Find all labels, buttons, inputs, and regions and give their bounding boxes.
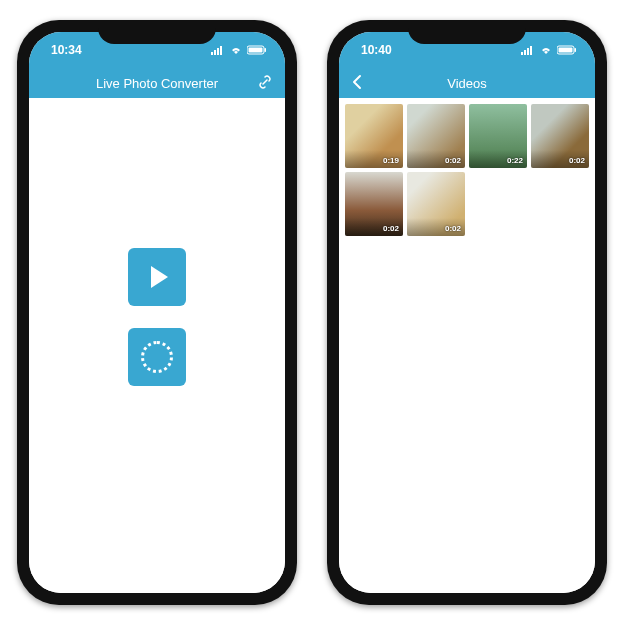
video-duration: 0:19 (383, 156, 399, 165)
notch (408, 20, 526, 44)
wifi-icon (229, 45, 243, 55)
live-photo-icon (141, 341, 173, 373)
chevron-left-icon (351, 74, 362, 93)
video-duration: 0:02 (383, 224, 399, 233)
main-buttons (128, 248, 186, 386)
battery-icon (247, 45, 267, 55)
live-photo-button[interactable] (128, 328, 186, 386)
svg-rect-13 (575, 48, 577, 52)
video-duration: 0:02 (569, 156, 585, 165)
signal-icon (211, 45, 225, 55)
notch (98, 20, 216, 44)
svg-rect-1 (214, 50, 216, 55)
status-time: 10:34 (51, 43, 82, 57)
status-time: 10:40 (361, 43, 392, 57)
video-duration: 0:02 (445, 156, 461, 165)
video-thumbnail[interactable]: 0:22 (469, 104, 527, 168)
svg-rect-0 (211, 52, 213, 55)
back-button[interactable] (351, 74, 362, 93)
signal-icon (521, 45, 535, 55)
page-title: Videos (447, 76, 487, 91)
svg-rect-3 (220, 46, 222, 55)
main-content: 0:19 0:02 0:22 0:02 0:02 0:02 (339, 98, 595, 593)
video-duration: 0:02 (445, 224, 461, 233)
page-title: Live Photo Converter (96, 76, 218, 91)
svg-rect-2 (217, 48, 219, 55)
video-duration: 0:22 (507, 156, 523, 165)
video-grid: 0:19 0:02 0:22 0:02 0:02 0:02 (339, 98, 595, 242)
settings-button[interactable] (257, 74, 273, 93)
video-thumbnail[interactable]: 0:19 (345, 104, 403, 168)
play-button[interactable] (128, 248, 186, 306)
svg-rect-10 (530, 46, 532, 55)
svg-rect-7 (521, 52, 523, 55)
svg-rect-8 (524, 50, 526, 55)
video-thumbnail[interactable]: 0:02 (345, 172, 403, 236)
status-indicators (521, 45, 577, 55)
nav-bar: Live Photo Converter (29, 68, 285, 98)
svg-rect-9 (527, 48, 529, 55)
video-thumbnail[interactable]: 0:02 (407, 172, 465, 236)
video-thumbnail[interactable]: 0:02 (407, 104, 465, 168)
svg-rect-5 (249, 48, 263, 53)
wifi-icon (539, 45, 553, 55)
screen-left: 10:34 Live Photo Converter (29, 32, 285, 593)
main-content (29, 98, 285, 593)
svg-rect-6 (265, 48, 267, 52)
nav-bar: Videos (339, 68, 595, 98)
battery-icon (557, 45, 577, 55)
play-icon (151, 266, 168, 288)
status-indicators (211, 45, 267, 55)
screen-right: 10:40 Videos (339, 32, 595, 593)
video-thumbnail[interactable]: 0:02 (531, 104, 589, 168)
phone-mockup-left: 10:34 Live Photo Converter (17, 20, 297, 605)
phone-mockup-right: 10:40 Videos (327, 20, 607, 605)
svg-rect-12 (559, 48, 573, 53)
link-icon (257, 74, 273, 93)
